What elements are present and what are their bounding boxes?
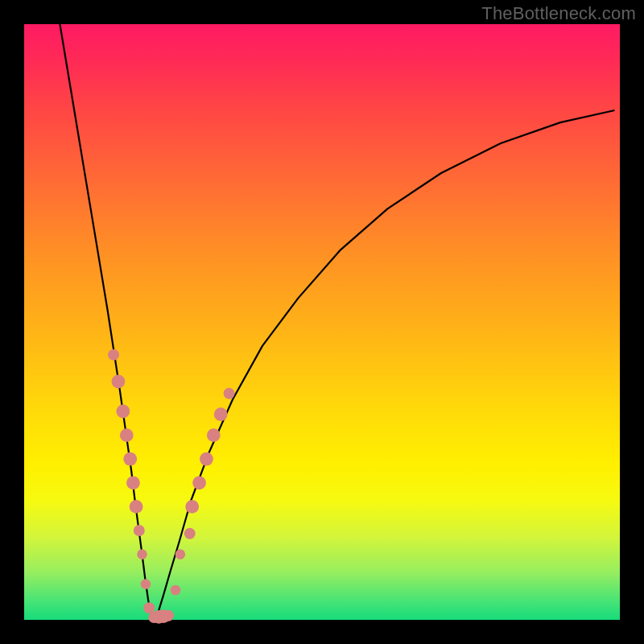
data-marker [171, 585, 181, 596]
data-marker [126, 476, 140, 489]
data-marker [224, 388, 235, 399]
data-marker [108, 349, 119, 361]
data-marker [137, 549, 147, 559]
data-marker [214, 407, 228, 421]
chart-frame: TheBottleneck.com [0, 0, 644, 644]
data-marker [134, 525, 145, 536]
data-marker [130, 500, 143, 514]
data-marker [207, 428, 221, 442]
data-marker [141, 579, 151, 589]
marker-group [108, 349, 235, 624]
data-marker [192, 476, 206, 489]
data-marker [143, 602, 155, 613]
plot-area [24, 24, 620, 620]
data-marker [116, 405, 130, 419]
data-marker [185, 500, 199, 514]
watermark-text: TheBottleneck.com [481, 3, 636, 24]
right-branch-curve [155, 110, 614, 618]
curve-layer [24, 24, 620, 620]
data-marker [200, 452, 213, 466]
data-marker [175, 549, 186, 559]
data-marker [123, 452, 137, 466]
data-marker [112, 375, 126, 389]
data-marker [184, 528, 196, 539]
data-marker [120, 428, 134, 442]
data-marker [163, 610, 174, 621]
